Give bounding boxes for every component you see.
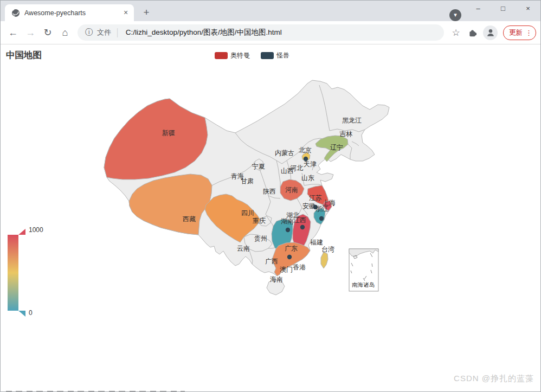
csdn-watermark: CSDN @挣扎的蓝藻 — [454, 374, 534, 384]
map-label-ningxia: 宁夏 — [252, 163, 265, 170]
map-label-shaanxi: 陕西 — [263, 188, 276, 195]
map-label-hainan: 海南 — [270, 275, 283, 283]
maximize-button[interactable]: □ — [491, 1, 516, 17]
map-label-nanhai: 南海诸岛 — [352, 281, 375, 288]
person-icon — [486, 28, 495, 37]
map-label-tianjin: 天津 — [304, 160, 317, 168]
map-label-anhui: 安徽 — [302, 202, 315, 210]
forward-button[interactable]: → — [22, 24, 38, 41]
map-label-beijing: 北京 — [299, 146, 312, 154]
browser-window: Awesome-pyecharts × + ▾ – □ × ← → ↻ ⌂ ⓘ … — [0, 0, 541, 392]
back-button[interactable]: ← — [5, 24, 21, 41]
url-scheme-label: 文件 — [97, 28, 111, 37]
map-label-shandong: 山东 — [301, 174, 314, 182]
browser-toolbar: ← → ↻ ⌂ ⓘ 文件 │ C:/lizhi_desktop/python/图… — [1, 21, 540, 44]
tab-favicon-globe-icon — [11, 9, 20, 17]
map-label-henan: 河南 — [285, 186, 298, 194]
map-label-jiangsu: 江苏 — [309, 194, 322, 202]
scatter-point[interactable] — [300, 225, 305, 229]
visualmap-min-label: 0 — [29, 309, 33, 317]
map-label-guangdong: 广东 — [285, 245, 298, 252]
browser-titlebar: Awesome-pyecharts × + ▾ – □ × — [1, 1, 540, 21]
bookmark-star-icon[interactable]: ☆ — [448, 25, 463, 40]
map-label-yunnan: 云南 — [237, 245, 250, 252]
visualmap-gradient-bar[interactable] — [8, 235, 18, 311]
map-label-zhejiang: 浙江 — [315, 205, 329, 213]
map-label-jilin: 吉林 — [339, 130, 353, 138]
map-label-shanxi: 山西 — [281, 167, 294, 175]
puzzle-icon — [468, 28, 477, 37]
address-bar[interactable]: ⓘ 文件 │ C:/lizhi_desktop/python/图表/地图/中国地… — [78, 24, 444, 41]
tab-close-icon[interactable]: × — [121, 8, 131, 18]
menu-dots-icon[interactable]: ⋮ — [525, 29, 532, 37]
map-label-guizhou: 贵州 — [254, 235, 267, 242]
minimize-button[interactable]: – — [466, 1, 491, 17]
map-label-aomen: 澳门 — [280, 266, 293, 273]
url-text[interactable]: C:/lizhi_desktop/python/图表/地图/中国地图.html — [126, 28, 282, 37]
scatter-point[interactable] — [319, 216, 324, 221]
window-controls: – □ × — [466, 1, 540, 17]
tab-title: Awesome-pyecharts — [24, 9, 121, 17]
map-label-heilongjiang: 黑龙江 — [342, 117, 362, 124]
reload-button[interactable]: ↻ — [40, 24, 56, 41]
map-label-sichuan: 四川 — [241, 209, 254, 217]
scatter-point[interactable] — [287, 255, 292, 259]
map-label-hunan: 湖南 — [281, 217, 294, 225]
address-divider: │ — [115, 28, 120, 37]
map-label-fujian: 福建 — [310, 239, 323, 246]
download-status-icon[interactable]: ▾ — [449, 9, 461, 21]
map-label-xianggang: 香港 — [293, 264, 306, 271]
browser-tab[interactable]: Awesome-pyecharts × — [5, 4, 134, 21]
close-button[interactable]: × — [516, 1, 540, 17]
china-map: 新疆西藏青海甘肃宁夏内蒙古黑龙江吉林辽宁北京天津河北山西山东陕西河南江苏上海安徽… — [1, 44, 540, 392]
map-label-gansu: 甘肃 — [241, 177, 254, 185]
home-button[interactable]: ⌂ — [57, 24, 73, 41]
scatter-point[interactable] — [286, 228, 290, 232]
new-tab-button[interactable]: + — [139, 5, 153, 20]
page-content: 中国地图 奥特曼 怪兽 — [1, 44, 540, 392]
chrome-update-button[interactable]: 更新 ⋮ — [503, 25, 536, 40]
map-label-guangxi: 广西 — [265, 258, 278, 265]
extensions-puzzle-icon[interactable] — [465, 25, 480, 40]
map-label-liaoning: 辽宁 — [330, 144, 343, 151]
map-label-neimenggu: 内蒙古 — [275, 149, 294, 157]
visualmap-max-label: 1000 — [29, 226, 43, 234]
map-label-taiwan: 台湾 — [321, 246, 334, 253]
map-label-jiangxi: 江西 — [293, 216, 306, 224]
map-label-xizang: 西藏 — [183, 215, 196, 223]
map-label-xinjiang: 新疆 — [162, 129, 175, 137]
province-taiwan[interactable] — [321, 252, 328, 268]
map-label-chongqing: 重庆 — [253, 217, 266, 224]
profile-avatar[interactable] — [483, 25, 498, 40]
update-label: 更新 — [509, 28, 523, 37]
page-info-icon[interactable]: ⓘ — [85, 28, 93, 37]
